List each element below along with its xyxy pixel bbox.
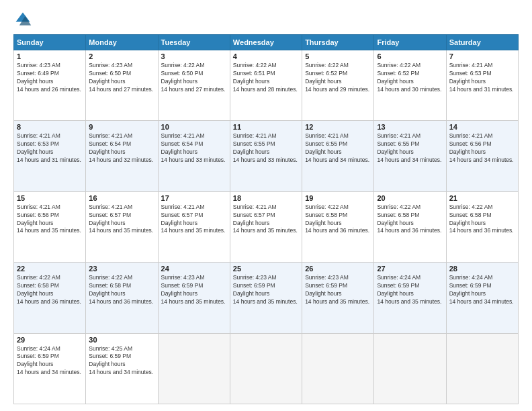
- day-info: Sunrise: 4:22 AMSunset: 6:50 PMDaylight …: [161, 62, 226, 93]
- day-info: Sunrise: 4:22 AMSunset: 6:52 PMDaylight …: [377, 62, 441, 93]
- day-info: Sunrise: 4:21 AMSunset: 6:54 PMDaylight …: [161, 132, 226, 163]
- day-number: 10: [161, 123, 227, 131]
- calendar-cell: 18 Sunrise: 4:21 AMSunset: 6:57 PMDaylig…: [230, 191, 302, 262]
- day-number: 7: [449, 52, 515, 60]
- day-number: 3: [161, 52, 227, 60]
- calendar-header-monday: Monday: [86, 35, 158, 50]
- day-info: Sunrise: 4:22 AMSunset: 6:58 PMDaylight …: [305, 203, 369, 234]
- day-number: 30: [89, 336, 154, 344]
- day-number: 23: [89, 265, 154, 273]
- calendar-cell: 29 Sunrise: 4:24 AMSunset: 6:59 PMDaylig…: [14, 333, 86, 404]
- day-info: Sunrise: 4:21 AMSunset: 6:55 PMDaylight …: [233, 132, 298, 163]
- calendar-cell: [374, 333, 446, 404]
- day-info: Sunrise: 4:21 AMSunset: 6:57 PMDaylight …: [233, 203, 298, 234]
- day-number: 1: [17, 52, 83, 60]
- calendar-week-row: 22 Sunrise: 4:22 AMSunset: 6:58 PMDaylig…: [14, 263, 519, 333]
- calendar-cell: 25 Sunrise: 4:23 AMSunset: 6:59 PMDaylig…: [230, 263, 302, 333]
- day-number: 28: [449, 265, 515, 273]
- day-number: 12: [305, 123, 371, 131]
- calendar-cell: 17 Sunrise: 4:21 AMSunset: 6:57 PMDaylig…: [158, 191, 230, 262]
- day-info: Sunrise: 4:22 AMSunset: 6:52 PMDaylight …: [305, 62, 369, 93]
- calendar-header-sunday: Sunday: [14, 35, 86, 50]
- day-info: Sunrise: 4:24 AMSunset: 6:59 PMDaylight …: [17, 345, 81, 376]
- calendar-cell: 2 Sunrise: 4:23 AMSunset: 6:50 PMDayligh…: [86, 50, 158, 121]
- calendar-cell: 4 Sunrise: 4:22 AMSunset: 6:51 PMDayligh…: [230, 50, 302, 121]
- calendar-cell: 11 Sunrise: 4:21 AMSunset: 6:55 PMDaylig…: [230, 121, 302, 191]
- day-info: Sunrise: 4:22 AMSunset: 6:58 PMDaylight …: [449, 203, 514, 234]
- day-info: Sunrise: 4:21 AMSunset: 6:53 PMDaylight …: [449, 62, 514, 93]
- calendar-week-row: 8 Sunrise: 4:21 AMSunset: 6:53 PMDayligh…: [14, 121, 519, 191]
- calendar-cell: 16 Sunrise: 4:21 AMSunset: 6:57 PMDaylig…: [86, 191, 158, 262]
- calendar-cell: 8 Sunrise: 4:21 AMSunset: 6:53 PMDayligh…: [14, 121, 86, 191]
- day-number: 14: [449, 123, 515, 131]
- day-info: Sunrise: 4:21 AMSunset: 6:57 PMDaylight …: [161, 203, 226, 234]
- day-number: 25: [233, 265, 299, 273]
- day-number: 16: [89, 194, 154, 202]
- day-info: Sunrise: 4:23 AMSunset: 6:59 PMDaylight …: [305, 274, 369, 305]
- calendar-cell: 30 Sunrise: 4:25 AMSunset: 6:59 PMDaylig…: [86, 333, 158, 404]
- day-number: 6: [377, 52, 443, 60]
- calendar-header-saturday: Saturday: [446, 35, 518, 50]
- day-info: Sunrise: 4:21 AMSunset: 6:55 PMDaylight …: [377, 132, 441, 163]
- day-info: Sunrise: 4:23 AMSunset: 6:49 PMDaylight …: [17, 62, 81, 93]
- day-info: Sunrise: 4:21 AMSunset: 6:56 PMDaylight …: [17, 203, 81, 234]
- calendar-cell: 21 Sunrise: 4:22 AMSunset: 6:58 PMDaylig…: [446, 191, 518, 262]
- day-number: 9: [89, 123, 154, 131]
- day-number: 24: [161, 265, 227, 273]
- day-info: Sunrise: 4:22 AMSunset: 6:51 PMDaylight …: [233, 62, 298, 93]
- day-number: 21: [449, 194, 515, 202]
- calendar-cell: [302, 333, 374, 404]
- calendar-cell: 15 Sunrise: 4:21 AMSunset: 6:56 PMDaylig…: [14, 191, 86, 262]
- calendar-cell: 5 Sunrise: 4:22 AMSunset: 6:52 PMDayligh…: [302, 50, 374, 121]
- day-info: Sunrise: 4:22 AMSunset: 6:58 PMDaylight …: [17, 274, 81, 305]
- day-number: 13: [377, 123, 443, 131]
- header: [13, 10, 519, 29]
- calendar-cell: 20 Sunrise: 4:22 AMSunset: 6:58 PMDaylig…: [374, 191, 446, 262]
- calendar-cell: 13 Sunrise: 4:21 AMSunset: 6:55 PMDaylig…: [374, 121, 446, 191]
- calendar-week-row: 15 Sunrise: 4:21 AMSunset: 6:56 PMDaylig…: [14, 191, 519, 262]
- calendar-cell: 7 Sunrise: 4:21 AMSunset: 6:53 PMDayligh…: [446, 50, 518, 121]
- calendar-header-friday: Friday: [374, 35, 446, 50]
- day-info: Sunrise: 4:23 AMSunset: 6:59 PMDaylight …: [161, 274, 226, 305]
- calendar-cell: 12 Sunrise: 4:21 AMSunset: 6:55 PMDaylig…: [302, 121, 374, 191]
- day-number: 8: [17, 123, 83, 131]
- day-number: 11: [233, 123, 299, 131]
- calendar-cell: 26 Sunrise: 4:23 AMSunset: 6:59 PMDaylig…: [302, 263, 374, 333]
- logo: [13, 10, 35, 29]
- calendar-week-row: 29 Sunrise: 4:24 AMSunset: 6:59 PMDaylig…: [14, 333, 519, 404]
- calendar-cell: 9 Sunrise: 4:21 AMSunset: 6:54 PMDayligh…: [86, 121, 158, 191]
- day-number: 19: [305, 194, 371, 202]
- day-info: Sunrise: 4:22 AMSunset: 6:58 PMDaylight …: [89, 274, 153, 305]
- day-info: Sunrise: 4:21 AMSunset: 6:56 PMDaylight …: [449, 132, 514, 163]
- logo-icon: [13, 10, 32, 29]
- day-number: 27: [377, 265, 443, 273]
- day-number: 17: [161, 194, 227, 202]
- day-number: 2: [89, 52, 154, 60]
- calendar-cell: 24 Sunrise: 4:23 AMSunset: 6:59 PMDaylig…: [158, 263, 230, 333]
- day-info: Sunrise: 4:22 AMSunset: 6:58 PMDaylight …: [377, 203, 441, 234]
- day-number: 20: [377, 194, 443, 202]
- day-number: 18: [233, 194, 299, 202]
- day-info: Sunrise: 4:24 AMSunset: 6:59 PMDaylight …: [449, 274, 514, 305]
- calendar-cell: 23 Sunrise: 4:22 AMSunset: 6:58 PMDaylig…: [86, 263, 158, 333]
- calendar-cell: 3 Sunrise: 4:22 AMSunset: 6:50 PMDayligh…: [158, 50, 230, 121]
- day-number: 5: [305, 52, 371, 60]
- calendar-cell: 10 Sunrise: 4:21 AMSunset: 6:54 PMDaylig…: [158, 121, 230, 191]
- day-info: Sunrise: 4:21 AMSunset: 6:53 PMDaylight …: [17, 132, 81, 163]
- calendar-cell: 28 Sunrise: 4:24 AMSunset: 6:59 PMDaylig…: [446, 263, 518, 333]
- day-info: Sunrise: 4:21 AMSunset: 6:55 PMDaylight …: [305, 132, 369, 163]
- day-number: 15: [17, 194, 83, 202]
- calendar-cell: 1 Sunrise: 4:23 AMSunset: 6:49 PMDayligh…: [14, 50, 86, 121]
- calendar-week-row: 1 Sunrise: 4:23 AMSunset: 6:49 PMDayligh…: [14, 50, 519, 121]
- calendar-table: SundayMondayTuesdayWednesdayThursdayFrid…: [13, 34, 519, 404]
- day-info: Sunrise: 4:25 AMSunset: 6:59 PMDaylight …: [89, 345, 153, 376]
- calendar-cell: 22 Sunrise: 4:22 AMSunset: 6:58 PMDaylig…: [14, 263, 86, 333]
- calendar-cell: 27 Sunrise: 4:24 AMSunset: 6:59 PMDaylig…: [374, 263, 446, 333]
- calendar-cell: 14 Sunrise: 4:21 AMSunset: 6:56 PMDaylig…: [446, 121, 518, 191]
- day-info: Sunrise: 4:23 AMSunset: 6:59 PMDaylight …: [233, 274, 298, 305]
- calendar-cell: 19 Sunrise: 4:22 AMSunset: 6:58 PMDaylig…: [302, 191, 374, 262]
- calendar-header-row: SundayMondayTuesdayWednesdayThursdayFrid…: [14, 35, 519, 50]
- day-info: Sunrise: 4:23 AMSunset: 6:50 PMDaylight …: [89, 62, 153, 93]
- calendar-cell: 6 Sunrise: 4:22 AMSunset: 6:52 PMDayligh…: [374, 50, 446, 121]
- day-number: 29: [17, 336, 83, 344]
